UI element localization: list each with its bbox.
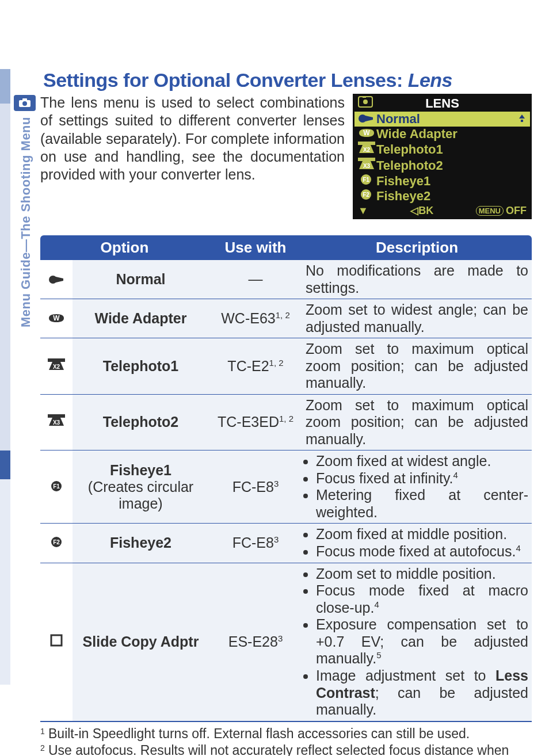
menu-label: MENU [476, 206, 504, 216]
footnote: 1Built-in Speedlight turns off. External… [40, 726, 532, 742]
W-icon: W [358, 127, 374, 142]
option-name: Normal [73, 260, 209, 299]
description-cell: Zoom set to maximum optical zoom positio… [302, 338, 532, 395]
description-bullet: Focus mode fixed at macro close-up.4 [316, 582, 528, 616]
option-name: Telephoto1 [73, 338, 209, 395]
svg-text:F1: F1 [53, 483, 60, 490]
lcd-item-label: Normal [376, 112, 420, 127]
option-name: Fisheye1(Creates circular image) [73, 450, 209, 524]
use-with-value: FC-E83 [209, 524, 302, 563]
th-option: Option [40, 235, 209, 260]
description-bullet: Focus fixed at infinity.4 [316, 470, 528, 487]
svg-rect-9 [358, 142, 375, 145]
svg-text:F1: F1 [363, 177, 369, 183]
use-with-value: TC-E3ED1, 2 [209, 394, 302, 450]
th-use-with: Use with [209, 235, 302, 260]
lcd-item-label: Wide Adapter [376, 127, 458, 142]
lcd-item-label: Fisheye1 [376, 174, 430, 189]
section-heading: Settings for Optional Converter Lenses: … [43, 69, 532, 91]
manual-page: Settings for Optional Converter Lenses: … [0, 0, 549, 756]
table-row: X3Telephoto2TC-E3ED1, 2Zoom set to maxim… [40, 394, 532, 450]
option-name: Fisheye2 [73, 524, 209, 563]
lcd-menu-item: WWide Adapter [354, 127, 530, 142]
svg-point-2 [22, 101, 27, 106]
intro-paragraph: The lens menu is used to select combinat… [40, 94, 347, 219]
svg-point-17 [49, 276, 57, 284]
X2-icon: X2 [40, 338, 73, 395]
use-with-value: FC-E83 [209, 450, 302, 524]
lcd-menu-item: X3Telephoto2 [354, 158, 530, 174]
table-row: F1Fisheye1(Creates circular image)FC-E83… [40, 450, 532, 524]
lcd-item-label: Telephoto1 [376, 142, 443, 157]
svg-text:X3: X3 [363, 163, 371, 169]
lens-icon [358, 112, 374, 127]
description-bullet: Focus mode fixed at autofocus.4 [316, 543, 528, 560]
svg-text:W: W [53, 314, 60, 322]
description-cell: Zoom set to widest angle; can be adjuste… [302, 299, 532, 338]
svg-point-4 [363, 100, 368, 104]
svg-text:X2: X2 [363, 147, 371, 153]
lens-options-table: Option Use with Description Normal—No mo… [40, 235, 532, 722]
footnotes: 1Built-in Speedlight turns off. External… [40, 726, 532, 756]
svg-rect-19 [48, 358, 65, 362]
sidebar-section-label: Menu Guide—The Shooting Menu [18, 117, 33, 327]
description-bullet: Zoom fixed at widest angle. [316, 453, 528, 470]
lcd-menu-item: F1Fisheye1 [354, 174, 530, 189]
description-bullet: Exposure compensation set to +0.7 EV; ca… [316, 616, 528, 667]
use-with-value: — [209, 260, 302, 299]
X2-icon: X2 [358, 142, 374, 158]
camera-icon [358, 96, 373, 111]
footnote: 2Use autofocus. Results will not accurat… [40, 742, 532, 756]
table-row: Normal—No modifications are made to sett… [40, 260, 532, 299]
description-bullet: Image adjustment set to Less Contrast; c… [316, 667, 528, 719]
description-bullet: Zoom set to middle position. [316, 566, 528, 583]
use-with-value: WC-E631, 2 [209, 299, 302, 338]
F1-icon: F1 [40, 450, 73, 524]
down-arrow-icon: ▼ [358, 205, 368, 217]
lcd-menu-item: F2Fisheye2 [354, 189, 530, 204]
lcd-menu-item: Normal [354, 112, 530, 127]
description-cell: Zoom set to middle position.Focus mode f… [302, 563, 532, 721]
svg-rect-7 [521, 120, 523, 122]
svg-text:X3: X3 [53, 419, 60, 426]
sidebar: Menu Guide—The Shooting Menu [12, 94, 40, 756]
description-bullet: Metering fixed at center-weighted. [316, 487, 528, 521]
svg-rect-11 [358, 158, 375, 161]
svg-text:F2: F2 [363, 192, 369, 198]
lcd-off-label: OFF [506, 205, 527, 217]
heading-main: Settings for Optional Converter Lenses: [43, 69, 408, 91]
shooting-menu-icon [14, 95, 36, 111]
lcd-item-label: Telephoto2 [376, 158, 443, 173]
svg-rect-21 [48, 414, 65, 418]
camera-lcd-menu: LENS NormalWWide AdapterX2Telephoto1X3Te… [353, 94, 532, 219]
use-with-value: ES-E283 [209, 563, 302, 721]
F2-icon: F2 [358, 189, 374, 204]
svg-text:X2: X2 [53, 364, 60, 370]
table-row: Slide Copy AdptrES-E283Zoom set to middl… [40, 563, 532, 721]
F1-icon: F1 [358, 174, 374, 189]
description-cell: Zoom fixed at middle position.Focus mode… [302, 524, 532, 563]
lcd-title-bar: LENS [354, 96, 530, 112]
lcd-title: LENS [425, 96, 459, 110]
svg-rect-1 [22, 98, 27, 101]
th-description: Description [302, 235, 532, 260]
lcd-menu-item: X2Telephoto1 [354, 142, 530, 158]
svg-text:W: W [363, 129, 370, 137]
lens-icon [40, 260, 73, 299]
svg-rect-5 [363, 96, 366, 98]
description-cell: No modifications are made to settings. [302, 260, 532, 299]
description-bullet: Zoom fixed at middle position. [316, 526, 528, 543]
X3-icon: X3 [40, 394, 73, 450]
X3-icon: X3 [358, 158, 374, 174]
description-cell: Zoom fixed at widest angle.Focus fixed a… [302, 450, 532, 524]
lcd-item-label: Fisheye2 [376, 189, 430, 204]
svg-rect-27 [51, 635, 62, 646]
option-name: Telephoto2 [73, 394, 209, 450]
table-row: WWide AdapterWC-E631, 2Zoom set to wides… [40, 299, 532, 338]
lcd-back-label: ◁BK [368, 204, 476, 217]
svg-point-6 [359, 114, 367, 123]
heading-italic: Lens [408, 69, 452, 91]
F2-icon: F2 [40, 524, 73, 563]
use-with-value: TC-E21, 2 [209, 338, 302, 395]
table-row: F2Fisheye2FC-E83Zoom fixed at middle pos… [40, 524, 532, 563]
